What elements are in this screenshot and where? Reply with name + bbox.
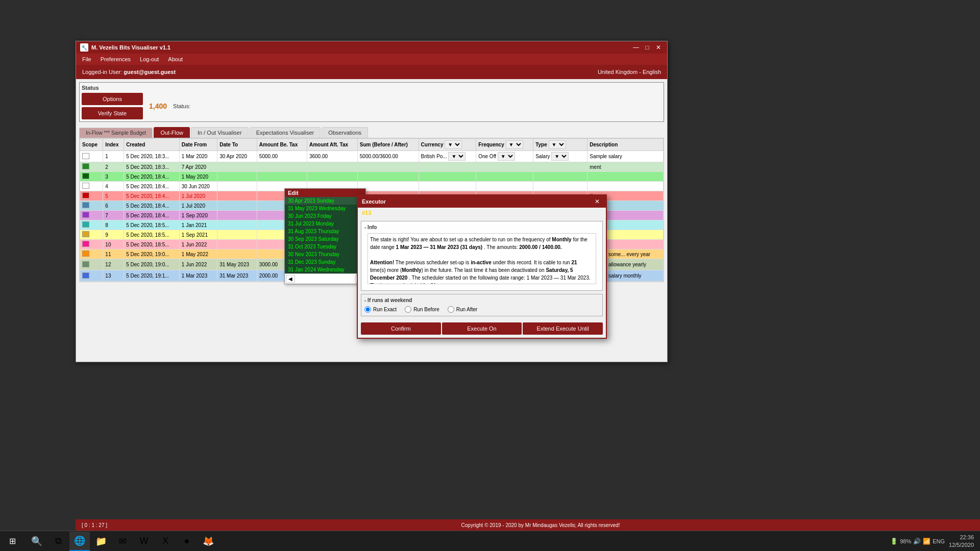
status-count: 1,400 bbox=[149, 102, 167, 110]
col-scope: Scope bbox=[80, 139, 103, 151]
col-currency: Currency ▼ bbox=[419, 139, 476, 151]
edit-dropdown-header: Edit bbox=[285, 189, 365, 197]
menu-bar: File Preferences Log-out About bbox=[76, 54, 667, 65]
username: guest@guest.guest bbox=[124, 69, 176, 75]
date-item[interactable]: 31 Aug 2023 Thursday bbox=[285, 228, 365, 235]
start-button[interactable]: ⊞ bbox=[0, 531, 24, 552]
taskbar-excel-icon[interactable]: X bbox=[155, 532, 176, 551]
weekend-label: - If runs at weekend bbox=[364, 297, 599, 303]
window-controls: — □ ✕ bbox=[631, 43, 663, 52]
date-item[interactable]: 31 Dec 2023 Sunday bbox=[285, 258, 365, 266]
menu-preferences[interactable]: Preferences bbox=[96, 55, 135, 63]
col-description: Description bbox=[587, 139, 664, 151]
taskbar-explorer-icon[interactable]: 📁 bbox=[91, 532, 111, 551]
minimize-button[interactable]: — bbox=[631, 43, 641, 52]
volume-icon: 🔊 bbox=[913, 538, 921, 545]
options-button[interactable]: Options bbox=[82, 93, 143, 105]
taskbar-word-icon[interactable]: W bbox=[134, 532, 154, 551]
info-text: The state is right! You are about to set… bbox=[368, 233, 596, 284]
copyright-text: Copyright © 2019 - 2020 by Mr Mindaugas … bbox=[461, 522, 620, 528]
col-frequency: Frequency ▼ bbox=[476, 139, 533, 151]
clock-display: 22:36 12/5/2020 bbox=[949, 534, 974, 548]
executor-dialog: Executor ✕ #13 - Info The state is right… bbox=[357, 194, 607, 339]
verify-button[interactable]: Verify State bbox=[82, 107, 143, 119]
date-item[interactable]: 31 Oct 2023 Tuesday bbox=[285, 243, 365, 251]
date-item[interactable]: 31 May 2023 Wednesday bbox=[285, 205, 365, 212]
info-section: - Info The state is right! You are about… bbox=[361, 221, 603, 291]
main-window: 🔧 M. Vezelis Bits Visualiser v1.1 — □ ✕ … bbox=[76, 41, 668, 362]
user-info: Logged-in User: guest@guest.guest bbox=[82, 69, 176, 75]
date-item[interactable]: 30 Apr 2023 Sunday bbox=[285, 197, 365, 205]
system-tray: 🔋 98% 🔊 📶 ENG bbox=[890, 538, 945, 545]
tab-observations[interactable]: Observations bbox=[322, 127, 368, 138]
window-title: M. Vezelis Bits Visualiser v1.1 bbox=[91, 44, 170, 51]
taskbar-edge-icon[interactable]: 🌐 bbox=[69, 532, 90, 551]
taskbar-mail-icon[interactable]: ✉ bbox=[112, 532, 133, 551]
status-text: Status: bbox=[173, 103, 190, 109]
taskbar-search-icon[interactable]: 🔍 bbox=[27, 532, 47, 551]
radio-before-label[interactable]: Run Before bbox=[405, 306, 439, 313]
lang-indicator: ENG bbox=[933, 538, 945, 544]
date-list[interactable]: 30 Apr 2023 Sunday 31 May 2023 Wednesday… bbox=[285, 197, 365, 273]
tab-in-flow[interactable]: In-Flow *** Sample Budget bbox=[79, 128, 153, 138]
prev-nav-button[interactable]: ◀ bbox=[286, 275, 295, 283]
currency-filter[interactable]: ▼ bbox=[445, 140, 462, 149]
taskbar-icons: 🔍 ⧉ 🌐 📁 ✉ W X ● 🦊 bbox=[24, 532, 884, 551]
status-label: Status bbox=[82, 85, 662, 91]
date-item[interactable]: 30 Sep 2023 Saturday bbox=[285, 235, 365, 243]
table-row[interactable]: 2 5 Dec 2020, 18:3... 7 Apr 2020 ment bbox=[80, 162, 664, 172]
col-type: Type ▼ bbox=[533, 139, 587, 151]
radio-exact[interactable] bbox=[364, 306, 371, 313]
radio-exact-label[interactable]: Run Exact bbox=[364, 306, 397, 313]
col-index: Index bbox=[103, 139, 124, 151]
radio-after-label[interactable]: Run After bbox=[448, 306, 478, 313]
tabs-row: In-Flow *** Sample Budget Out-Flow In / … bbox=[76, 125, 667, 138]
maximize-button[interactable]: □ bbox=[643, 43, 652, 52]
type-row1[interactable]: ▼ bbox=[551, 152, 569, 161]
confirm-button[interactable]: Confirm bbox=[361, 322, 441, 335]
bottom-status-bar: [ 0 : 1 : 27 ] Copyright © 2019 - 2020 b… bbox=[76, 519, 980, 531]
taskbar-chrome-icon[interactable]: ● bbox=[177, 532, 197, 551]
dialog-id: #13 bbox=[358, 208, 606, 218]
date-item[interactable]: 31 Jul 2023 Monday bbox=[285, 220, 365, 228]
taskbar-taskview-icon[interactable]: ⧉ bbox=[48, 532, 68, 551]
table-row[interactable]: 1 5 Dec 2020, 18:3... 1 Mar 2020 30 Apr … bbox=[80, 151, 664, 162]
clock-date: 12/5/2020 bbox=[949, 541, 974, 548]
desktop: 🔧 M. Vezelis Bits Visualiser v1.1 — □ ✕ … bbox=[0, 0, 980, 551]
header-bar: Logged-in User: guest@guest.guest United… bbox=[76, 65, 667, 79]
date-item[interactable]: 30 Jun 2023 Friday bbox=[285, 212, 365, 220]
timer-display: [ 0 : 1 : 27 ] bbox=[82, 522, 107, 528]
currency-row1[interactable]: ▼ bbox=[448, 152, 465, 161]
frequency-filter[interactable]: ▼ bbox=[506, 140, 523, 149]
execute-on-button[interactable]: Execute On bbox=[442, 322, 522, 335]
table-row[interactable]: 3 5 Dec 2020, 18:4... 1 May 2020 bbox=[80, 172, 664, 182]
type-filter[interactable]: ▼ bbox=[549, 140, 566, 149]
taskbar-right: 🔋 98% 🔊 📶 ENG 22:36 12/5/2020 bbox=[884, 534, 980, 548]
radio-before[interactable] bbox=[405, 306, 411, 313]
frequency-row1[interactable]: ▼ bbox=[498, 152, 515, 161]
menu-file[interactable]: File bbox=[78, 55, 95, 63]
menu-about[interactable]: About bbox=[164, 55, 187, 63]
col-date-to: Date To bbox=[217, 139, 257, 151]
date-item[interactable]: 31 Jan 2024 Wednesday bbox=[285, 266, 365, 273]
tab-expectations[interactable]: Expectations Visualiser bbox=[250, 127, 321, 138]
tab-in-out-visualiser[interactable]: In / Out Visualiser bbox=[191, 127, 249, 138]
status-area: Status Options Verify State 1,400 Status… bbox=[79, 82, 664, 122]
tab-out-flow[interactable]: Out-Flow bbox=[154, 127, 190, 138]
table-row[interactable]: 4 5 Dec 2020, 18:4... 30 Jun 2020 bbox=[80, 182, 664, 191]
weekend-section: - If runs at weekend Run Exact Run Befor… bbox=[361, 294, 603, 316]
taskbar-ff-icon[interactable]: 🦊 bbox=[198, 532, 218, 551]
close-button[interactable]: ✕ bbox=[654, 43, 663, 52]
clock-time: 22:36 bbox=[949, 534, 974, 541]
title-bar: 🔧 M. Vezelis Bits Visualiser v1.1 — □ ✕ bbox=[76, 41, 667, 54]
radio-after[interactable] bbox=[448, 306, 454, 313]
dialog-close-button[interactable]: ✕ bbox=[593, 197, 602, 206]
dialog-title-bar: Executor ✕ bbox=[358, 195, 606, 208]
extend-execute-button[interactable]: Extend Execute Until bbox=[523, 322, 603, 335]
battery-percent: 98% bbox=[900, 538, 911, 544]
col-created: Created bbox=[124, 139, 180, 151]
menu-logout[interactable]: Log-out bbox=[136, 55, 163, 63]
edit-dropdown: Edit 30 Apr 2023 Sunday 31 May 2023 Wedn… bbox=[284, 188, 366, 284]
date-item[interactable]: 30 Nov 2023 Thursday bbox=[285, 251, 365, 258]
taskbar: ⊞ 🔍 ⧉ 🌐 📁 ✉ W X ● 🦊 🔋 98% 🔊 📶 ENG 22:36 … bbox=[0, 531, 980, 551]
